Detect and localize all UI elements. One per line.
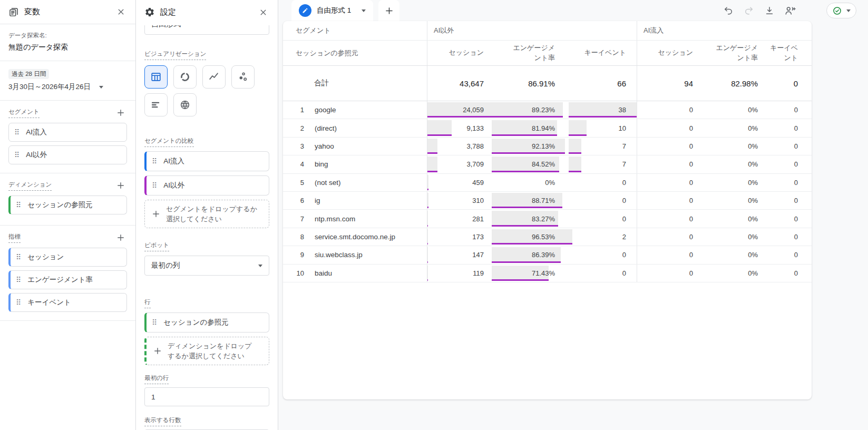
cell-value: 0 xyxy=(622,269,626,277)
person-add-icon xyxy=(784,5,796,16)
drag-handle-icon[interactable]: ⠿ xyxy=(152,182,157,189)
table-cell: 0% xyxy=(701,119,768,136)
row-label-cell: 10baidu xyxy=(283,265,427,282)
totals-value: 66 xyxy=(617,79,626,88)
cell-value: 7 xyxy=(622,142,626,150)
tab-freeform-1[interactable]: 自由形式 1 xyxy=(291,0,373,21)
metric-column-header[interactable]: エンゲージメ ント率 xyxy=(492,41,569,65)
undo-button[interactable] xyxy=(722,4,735,17)
cell-value: 0 xyxy=(689,124,693,132)
status-menu-button[interactable] xyxy=(826,3,856,18)
add-tab-button[interactable] xyxy=(378,0,399,21)
viz-donut-button[interactable] xyxy=(173,65,197,89)
dimension-chip[interactable]: ⠿セッションの参照元 xyxy=(8,196,127,214)
viz-bar-button[interactable] xyxy=(144,93,168,116)
metric-column-header[interactable]: キーイベント xyxy=(569,41,637,65)
metric-column-header[interactable]: セッション xyxy=(427,41,492,65)
segment-comparison-chip[interactable]: ⠿AI流入 xyxy=(144,151,269,171)
segment-chip[interactable]: ⠿AI流入 xyxy=(8,123,127,142)
cell-value: 81.94% xyxy=(532,124,555,132)
add-segment-button[interactable] xyxy=(114,106,127,119)
table-cell: 0 xyxy=(569,246,637,263)
row-dimension-chip[interactable]: ⠿セッションの参照元 xyxy=(144,312,269,333)
add-metric-button[interactable] xyxy=(114,231,127,244)
viz-geo-button[interactable] xyxy=(173,93,197,116)
download-button[interactable] xyxy=(763,4,776,17)
metric-chip[interactable]: ⠿セッション xyxy=(8,248,127,267)
close-settings-button[interactable] xyxy=(257,6,269,18)
metrics-label: 指標 xyxy=(8,233,21,243)
segment-comparison-chip[interactable]: ⠿AI以外 xyxy=(144,175,269,196)
value-bar xyxy=(569,157,581,172)
dimension-drop-zone[interactable]: ディメンションをドロップするか選択してください xyxy=(144,337,269,365)
table-row: 8service.smt.docomo.ne.jp17396.53%200%0 xyxy=(283,228,812,246)
tab-menu-caret[interactable] xyxy=(362,9,366,12)
share-button[interactable] xyxy=(784,4,796,17)
cell-value: 3,709 xyxy=(466,160,484,168)
drag-handle-icon[interactable]: ⠿ xyxy=(14,151,19,159)
metric-chip[interactable]: ⠿エンゲージメント率 xyxy=(8,270,127,289)
totals-row: 合計43,64786.91%669482.98%0 xyxy=(283,66,812,101)
metric-column-header[interactable]: セッション xyxy=(637,41,701,65)
row-source: ntp.msn.com xyxy=(315,215,355,223)
segment-group-header[interactable]: AI以外 xyxy=(427,21,637,40)
segment-chip[interactable]: ⠿AI以外 xyxy=(8,145,127,164)
table-cell: 0 xyxy=(569,210,637,227)
drag-handle-icon[interactable]: ⠿ xyxy=(14,129,19,136)
table-cell: 10 xyxy=(569,119,637,136)
drag-handle-icon[interactable]: ⠿ xyxy=(16,276,21,284)
row-label-cell: 3yahoo xyxy=(283,138,427,155)
totals-cell: 86.91% xyxy=(492,66,569,101)
technique-value: 自由形式 xyxy=(151,25,181,29)
dimensions-section: ディメンション ⠿セッションの参照元 xyxy=(0,173,135,226)
viz-scatter-button[interactable] xyxy=(231,65,255,89)
first-row-input[interactable] xyxy=(144,387,269,406)
drag-handle-icon[interactable]: ⠿ xyxy=(16,253,21,261)
viz-table-button[interactable] xyxy=(144,65,168,89)
viz-line-button[interactable] xyxy=(202,65,226,89)
metric-column-header[interactable]: キーイベント xyxy=(768,41,812,65)
segment-group-header[interactable]: AI流入 xyxy=(637,21,812,40)
chevron-down-icon xyxy=(362,9,366,12)
table-cell: 71.43% xyxy=(492,265,569,282)
drag-handle-icon[interactable]: ⠿ xyxy=(152,158,157,165)
cell-value: 0% xyxy=(748,251,758,259)
row-source: baidu xyxy=(315,269,332,277)
drag-handle-icon[interactable]: ⠿ xyxy=(152,319,157,326)
pivot-label: ピボット xyxy=(144,241,169,251)
cell-value: 0 xyxy=(794,251,798,259)
totals-cell: 82.98% xyxy=(701,66,768,101)
row-rank: 9 xyxy=(283,251,304,259)
close-variables-button[interactable] xyxy=(114,6,127,18)
table-cell: 0% xyxy=(701,246,768,263)
metric-column-header[interactable]: エンゲージメ ント率 xyxy=(701,41,768,65)
table-cell: 96.53% xyxy=(492,228,569,246)
metric-chip[interactable]: ⠿キーイベント xyxy=(8,293,127,312)
cell-value: 0% xyxy=(748,124,758,132)
drag-handle-icon[interactable]: ⠿ xyxy=(16,201,21,209)
redo-button[interactable] xyxy=(743,4,755,17)
pivot-select[interactable]: 最初の列 xyxy=(144,256,269,276)
cell-value: 0% xyxy=(748,215,758,223)
exploration-name-value[interactable]: 無題のデータ探索 xyxy=(8,43,127,52)
totals-value: 82.98% xyxy=(731,79,758,88)
totals-value: 86.91% xyxy=(528,79,555,88)
canvas-toolbar xyxy=(722,0,868,21)
table-cell: 0 xyxy=(637,119,701,136)
row-source: (direct) xyxy=(315,124,337,132)
table-cell: 0% xyxy=(701,210,768,227)
drag-handle-icon[interactable]: ⠿ xyxy=(16,299,21,306)
segment-drop-zone[interactable]: セグメントをドロップするか選択してください xyxy=(144,200,269,228)
table-cell: 92.13% xyxy=(492,138,569,155)
variables-panel-title: 変数 xyxy=(24,7,40,17)
cell-value: 0 xyxy=(622,251,626,259)
cell-value: 0 xyxy=(794,124,798,132)
dimension-column-header[interactable]: セッションの参照元 xyxy=(283,41,427,65)
cell-value: 0% xyxy=(748,233,758,241)
technique-select-clipped[interactable]: 自由形式 xyxy=(144,25,269,35)
date-range-selector[interactable]: 過去 28 日間 3月30日～2026年4月26日 xyxy=(0,61,135,101)
metric-chip-label: キーイベント xyxy=(27,298,71,307)
cell-value: 9,133 xyxy=(466,124,484,132)
table-cell: 84.52% xyxy=(492,155,569,173)
add-dimension-button[interactable] xyxy=(114,179,127,192)
